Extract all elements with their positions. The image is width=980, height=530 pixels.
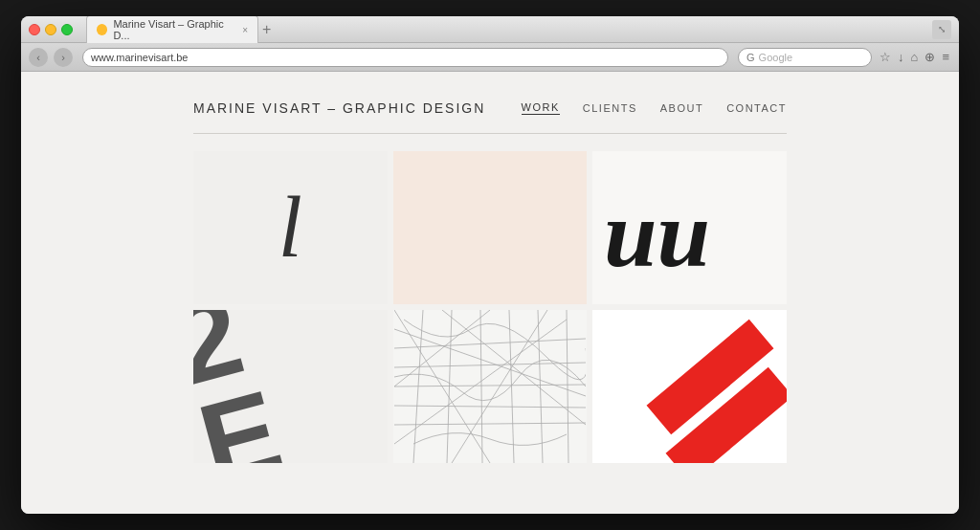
svg-line-13	[442, 310, 586, 425]
forward-icon: ›	[61, 52, 65, 63]
portfolio-item-3[interactable]: uu	[592, 151, 787, 304]
maximize-button[interactable]	[61, 24, 73, 35]
nav-work[interactable]: WORK	[522, 101, 560, 115]
svg-line-10	[538, 310, 543, 463]
portfolio-grid: l uu 2E	[21, 151, 959, 463]
portfolio-item-2[interactable]	[393, 151, 588, 304]
nav-clients[interactable]: CLIENTS	[583, 102, 637, 114]
map-graphic	[394, 310, 586, 463]
star-icon[interactable]: ☆	[878, 48, 893, 66]
portfolio-item-1[interactable]: l	[193, 151, 388, 304]
svg-line-14	[394, 310, 490, 386]
minimize-button[interactable]	[45, 24, 56, 35]
address-bar[interactable]: www.marinevisart.be	[82, 48, 728, 67]
svg-text:uu: uu	[604, 181, 710, 285]
item-1-letter: l	[278, 185, 302, 271]
nav-contact[interactable]: CONTACT	[726, 102, 787, 114]
svg-line-15	[452, 310, 547, 463]
svg-line-9	[509, 310, 514, 463]
cursive-letters: uu	[592, 151, 787, 304]
svg-line-4	[394, 406, 586, 408]
title-bar: Marine Visart – Graphic D... × + ⤡	[21, 16, 959, 43]
portfolio-item-6[interactable]	[592, 310, 787, 463]
nav-about[interactable]: ABOUT	[660, 102, 703, 114]
home-icon[interactable]: ⌂	[909, 48, 921, 66]
search-bar[interactable]: G Google	[738, 48, 872, 67]
toolbar: ‹ › www.marinevisart.be G Google ☆ ↓ ⌂ ⊕…	[21, 43, 959, 72]
back-button[interactable]: ‹	[29, 48, 48, 67]
tab-favicon	[97, 24, 107, 35]
portfolio-item-5[interactable]	[393, 310, 588, 463]
svg-line-11	[567, 310, 568, 463]
site-nav: WORK CLIENTS ABOUT CONTACT	[522, 101, 787, 115]
new-tab-button[interactable]: +	[262, 21, 271, 38]
menu-icon[interactable]: ≡	[940, 48, 951, 66]
item-4-text: 2E	[193, 310, 286, 463]
traffic-lights	[29, 24, 73, 35]
forward-button[interactable]: ›	[54, 48, 73, 67]
google-icon: G	[746, 52, 755, 63]
extension-icon[interactable]: ⊕	[923, 48, 937, 66]
browser-window: Marine Visart – Graphic D... × + ⤡ ‹ › w…	[21, 16, 959, 514]
site-divider	[193, 133, 787, 134]
tab-bar: Marine Visart – Graphic D... × +	[86, 16, 926, 43]
download-icon[interactable]: ↓	[896, 48, 906, 66]
site-title: MARINE VISART – GRAPHIC DESIGN	[193, 100, 485, 116]
site-header: MARINE VISART – GRAPHIC DESIGN WORK CLIE…	[21, 72, 959, 116]
tab-close-icon[interactable]: ×	[242, 25, 248, 35]
svg-line-8	[480, 310, 482, 463]
search-placeholder: Google	[759, 52, 792, 63]
svg-line-7	[447, 310, 452, 463]
website-container: MARINE VISART – GRAPHIC DESIGN WORK CLIE…	[21, 72, 959, 514]
tab-title: Marine Visart – Graphic D...	[113, 18, 236, 41]
close-button[interactable]	[29, 24, 40, 35]
back-icon: ‹	[36, 52, 40, 63]
red-stripes	[592, 310, 787, 463]
svg-line-1	[394, 339, 586, 348]
portfolio-item-4[interactable]: 2E	[193, 310, 388, 463]
window-resize-icon[interactable]: ⤡	[932, 20, 951, 39]
url-text: www.marinevisart.be	[91, 52, 188, 63]
toolbar-icons: ☆ ↓ ⌂ ⊕ ≡	[878, 48, 951, 66]
active-tab[interactable]: Marine Visart – Graphic D... ×	[86, 16, 258, 43]
